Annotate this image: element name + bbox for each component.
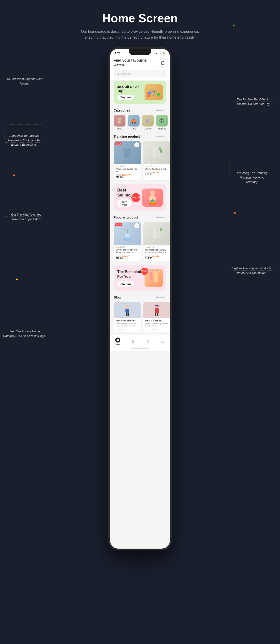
svg-rect-26 [125,153,130,158]
nav-cart-icon [145,339,150,344]
cart-button[interactable] [159,59,166,66]
blog-title: Blog [114,296,121,299]
page-title: Home Screen [5,11,275,25]
annotation-nav: User Can Access Home,Category, Cart And … [2,329,47,338]
best-selling-image [142,188,163,207]
popular-product-2-image [143,222,170,245]
nav-cart[interactable] [145,339,150,344]
pop-product-1-name: Got the perfect solution for you the toy… [116,249,139,254]
decorative-dot-3 [234,212,236,214]
category-dolls[interactable]: Dolls [114,115,125,130]
svg-point-74 [149,342,149,342]
nav-category[interactable] [130,339,135,344]
svg-rect-63 [126,313,127,316]
blog-post-2-image [143,302,170,318]
banner-image: A B [145,84,163,100]
price-discount-1: 10% OFF [122,174,130,176]
svg-text:B: B [149,92,150,94]
decorative-dot-2 [13,174,15,176]
popular-product-1[interactable]: SALE ♡ [114,222,141,262]
category-icon [130,339,135,344]
phone-notch [129,49,151,55]
svg-rect-71 [132,342,133,342]
category-dolls-image [114,115,125,126]
best-selling-banner: Best Selling Buy now 50% Off [114,184,166,211]
popular-product-2[interactable]: ★ 4.3 (10) Important and can vary to les… [143,222,170,262]
pop-product-2-rating: ★ 4.3 (10) [145,246,168,248]
svg-rect-64 [128,313,129,316]
category-sensory-image [156,115,168,126]
svg-point-51 [153,232,156,239]
pop-product-1-price: $10.00 10% OFF [116,255,139,257]
trending-product-1[interactable]: SALE ♡ ★ 4.3 (10) Fa [114,141,141,180]
svg-point-25 [161,120,162,121]
svg-rect-12 [157,93,160,96]
svg-point-27 [153,152,156,158]
fav-button-pop-1[interactable]: ♡ [134,223,139,228]
svg-point-30 [155,147,156,150]
blog-post-1-date: 13 Sep, 2022 [116,328,139,330]
blog-post-2[interactable]: What is it actuall.. I stated that misti… [143,302,170,332]
category-toys-image [128,115,140,126]
svg-point-20 [132,122,133,124]
category-sensory[interactable]: Sensory [156,115,168,130]
phone-frame: 4:20 ▲ ▲ 🔋 Find your favourite watch [108,47,172,550]
search-box[interactable]: Search... [114,70,166,78]
category-clothes[interactable]: Clothes [142,115,154,130]
trending-product-1-info: ★ 4.3 (10) Fabrics are divided into two … [114,164,141,180]
nav-home-label: Home [115,343,121,345]
annotation-popular: Explore The Popular ProductsAmong Our Co… [227,266,276,275]
product-2-rating: ★ 4.3 (10) [145,165,168,168]
price-current-2: $20.00 [145,173,168,176]
bottom-nav: Home [110,335,170,347]
svg-rect-43 [152,199,153,201]
best-selling-badge: 50% Off [131,193,140,202]
blog-post-1[interactable]: How to keep indoor.. Plants are predomin… [114,302,141,332]
banner-toy-svg: A B [146,85,162,100]
category-toys[interactable]: Toys [128,115,140,130]
svg-point-50 [126,227,128,230]
nav-home[interactable]: Home [115,338,121,345]
popular-view-all[interactable]: View all [154,215,166,220]
trending-product-2[interactable]: ★ 4.3 (10) Online Toy Store in Indi $20.… [143,141,170,180]
home-indicator [131,348,149,349]
svg-rect-49 [127,229,128,234]
best-selling-button[interactable]: Buy now [117,200,131,207]
cloth-badge: 30% OFF [141,268,148,275]
popular-section: Popular product View all SALE ♡ [110,214,170,264]
sale-badge-pop-1: SALE [115,223,122,226]
page-subtitle: Our home page is designed to provide use… [81,28,199,40]
blog-post-2-date: 14 Sep, 2022 [145,328,168,330]
category-toys-label: Toys [131,128,136,130]
svg-point-57 [157,229,159,232]
trending-section: Trending product View all SALE ♡ [110,133,170,183]
blog-post-2-title: What is it actuall.. [145,320,168,322]
home-icon [115,338,120,342]
cloth-buy-button[interactable]: Buy now [117,282,134,286]
trending-view-all[interactable]: View all [154,134,166,138]
sale-badge-1: SALE [115,142,122,146]
blog-view-all[interactable]: View all [154,295,166,300]
phone-screen: 4:20 ▲ ▲ 🔋 Find your favourite watch [110,49,170,548]
search-container: Search... [110,70,170,80]
svg-point-1 [117,73,119,75]
banner-section: 30% Off On All Toy Buy now [110,80,170,106]
blog-post-1-title: How to keep indoor.. [116,320,139,322]
fav-button-1[interactable]: ♡ [134,142,139,148]
nav-profile[interactable] [160,339,165,344]
banner-buy-button[interactable]: Buy now [117,95,134,100]
svg-point-75 [162,340,163,341]
pop-price-current-2: $14.00 [145,257,168,260]
svg-line-2 [118,74,119,75]
banner-title: 30% Off On All Toy [117,85,145,93]
star-icon-2: ★ [145,165,147,168]
trending-product-2-info: ★ 4.3 (10) Online Toy Store in Indi $20.… [143,164,170,178]
product-1-name: Fabrics are divided into two [116,168,139,173]
categories-view-all[interactable]: View all [154,108,166,112]
app-header: Find your favourite watch [110,56,170,70]
search-placeholder: Search... [121,72,133,76]
blog-row: How to keep indoor.. Plants are predomin… [110,302,170,335]
home-indicator-area [110,347,170,351]
svg-point-21 [134,122,136,124]
search-icon [116,72,119,76]
